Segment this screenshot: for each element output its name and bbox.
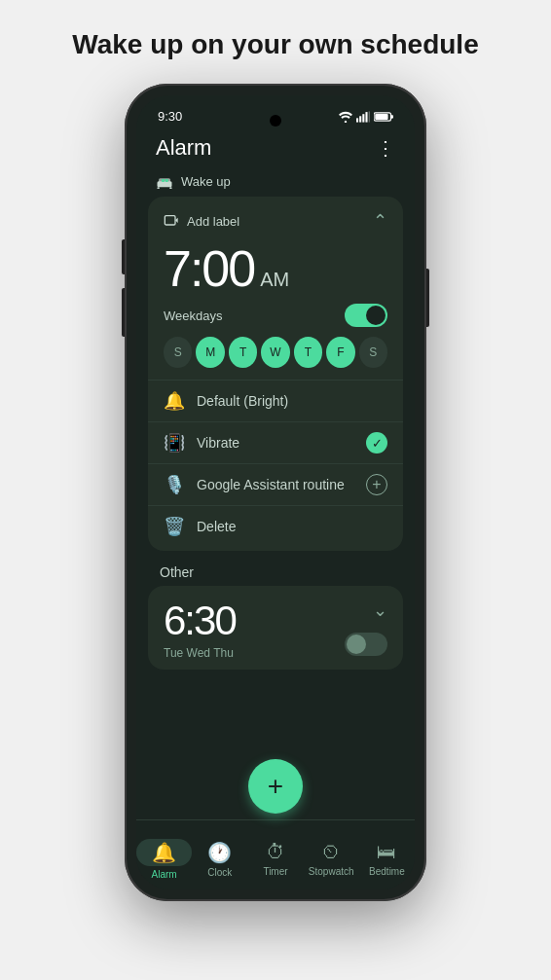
power-button[interactable]	[426, 269, 429, 327]
page-title: Wake up on your own schedule	[53, 29, 497, 60]
status-time: 9:30	[158, 109, 182, 124]
vibrate-icon: 📳	[164, 432, 185, 454]
svg-rect-3	[365, 112, 367, 123]
alarm-assistant-option[interactable]: 🎙️ Google Assistant routine +	[148, 463, 403, 505]
alarm-assistant-left: 🎙️ Google Assistant routine	[164, 474, 345, 495]
day-pills: S M T W T F S	[148, 337, 403, 380]
svg-rect-4	[369, 111, 370, 122]
svg-rect-7	[375, 114, 387, 120]
signal-icon	[356, 111, 370, 123]
toggle-knob	[366, 306, 386, 325]
status-icons	[339, 111, 393, 123]
nav-clock[interactable]: 🕐 Clock	[192, 833, 247, 878]
alarm-delete-label: Delete	[197, 519, 236, 534]
alarm-nav-bg: 🔔	[136, 839, 192, 866]
alarm-time: 7:00	[164, 239, 254, 298]
bedtime-nav-label: Bedtime	[369, 866, 405, 877]
assistant-icon: 🎙️	[164, 474, 185, 495]
collapse-alarm-icon[interactable]: ⌃	[373, 210, 387, 232]
svg-rect-11	[169, 187, 171, 189]
day-pill-thu[interactable]: T	[294, 337, 322, 368]
alarm-delete-left: 🗑️ Delete	[164, 516, 236, 537]
alarm-time-row[interactable]: 7:00 AM	[148, 237, 403, 302]
camera-notch	[270, 115, 281, 127]
svg-rect-14	[165, 216, 175, 225]
timer-nav-icon: ⏱	[266, 841, 285, 863]
wake-up-label: Wake up	[181, 174, 231, 189]
app-header: Alarm ⋮	[136, 127, 415, 170]
timer-nav-label: Timer	[263, 866, 287, 877]
svg-rect-1	[359, 116, 361, 122]
svg-rect-2	[362, 114, 364, 122]
wake-up-section-label: Wake up	[144, 170, 407, 197]
trash-icon: 🗑️	[164, 516, 185, 537]
alarm-vibrate-option[interactable]: 📳 Vibrate ✓	[148, 421, 403, 463]
nav-alarm[interactable]: 🔔 Alarm	[136, 831, 192, 880]
bottom-nav: 🔔 Alarm 🕐 Clock ⏱ Timer ⏲ Stopwatch	[136, 819, 415, 889]
nav-stopwatch[interactable]: ⏲ Stopwatch	[304, 833, 359, 877]
alarm-ampm: AM	[260, 269, 289, 291]
weekdays-label: Weekdays	[164, 309, 222, 323]
alarm-sound-option[interactable]: 🔔 Default (Bright)	[148, 380, 403, 421]
other-alarm-toggle[interactable]	[345, 633, 387, 656]
alarm-card-wake-up: Add label ⌃ 7:00 AM Weekdays	[148, 197, 403, 551]
bed-icon	[156, 175, 173, 189]
vibrate-check-icon: ✓	[366, 432, 387, 454]
other-section-label: Other	[148, 561, 407, 586]
phone-screen: 9:30	[125, 84, 426, 901]
day-pill-sat[interactable]: S	[359, 337, 387, 368]
alarm-vibrate-label: Vibrate	[197, 435, 239, 451]
svg-rect-10	[158, 187, 160, 189]
more-options-button[interactable]: ⋮	[376, 136, 395, 160]
assistant-add-icon[interactable]: +	[366, 474, 387, 495]
svg-rect-0	[356, 118, 358, 122]
weekdays-toggle[interactable]	[345, 304, 387, 327]
alarm-delete-option[interactable]: 🗑️ Delete	[148, 505, 403, 547]
svg-rect-6	[391, 115, 394, 118]
expand-other-alarm-icon[interactable]: ⌄	[373, 599, 387, 621]
stopwatch-nav-label: Stopwatch	[309, 866, 354, 877]
add-alarm-fab[interactable]: +	[248, 759, 303, 814]
clock-nav-label: Clock	[207, 867, 232, 878]
nav-timer[interactable]: ⏱ Timer	[247, 833, 303, 877]
app-title: Alarm	[156, 135, 211, 161]
alarm-sound-label: Default (Bright)	[197, 393, 288, 409]
stopwatch-nav-icon: ⏲	[321, 841, 341, 863]
svg-rect-13	[165, 179, 168, 182]
alarm-label-header: Add label ⌃	[148, 200, 403, 237]
other-alarm-time[interactable]: 6:30	[164, 598, 236, 643]
nav-bedtime[interactable]: 🛏 Bedtime	[359, 833, 415, 877]
add-label-text: Add label	[187, 214, 239, 229]
day-pill-wed[interactable]: W	[261, 337, 289, 368]
day-pill-tue[interactable]: T	[229, 337, 257, 368]
wifi-icon	[339, 111, 352, 123]
alarm-sound-left: 🔔 Default (Bright)	[164, 390, 288, 412]
svg-rect-12	[162, 179, 165, 182]
alarm-assistant-label: Google Assistant routine	[197, 477, 345, 492]
day-pill-fri[interactable]: F	[326, 337, 354, 368]
bell-icon: 🔔	[164, 390, 185, 412]
bedtime-nav-icon: 🛏	[377, 841, 396, 863]
alarm-nav-icon: 🔔	[152, 842, 176, 863]
label-icon	[164, 214, 179, 228]
alarm-vibrate-left: 📳 Vibrate	[164, 432, 239, 454]
phone-frame: 9:30	[125, 84, 426, 901]
alarm-nav-label: Alarm	[152, 869, 177, 880]
day-pill-sun[interactable]: S	[164, 337, 192, 368]
alarm-card-other: 6:30 Tue Wed Thu ⌄	[148, 586, 403, 670]
battery-icon	[374, 111, 393, 123]
clock-nav-icon: 🕐	[207, 841, 232, 864]
day-pill-mon[interactable]: M	[196, 337, 224, 368]
alarm-add-label[interactable]: Add label	[164, 214, 239, 229]
alarm-weekdays-row: Weekdays	[148, 302, 403, 337]
